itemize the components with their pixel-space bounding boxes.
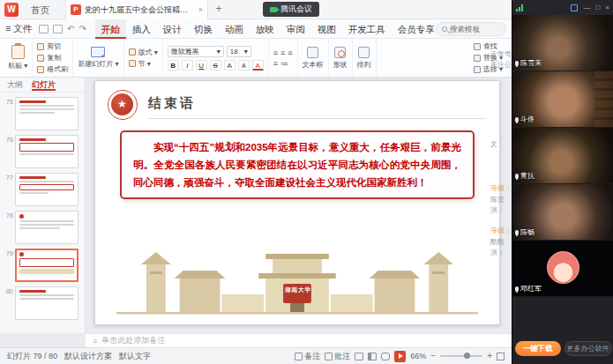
notes-toggle-button[interactable]: 备注 — [295, 351, 320, 362]
tab-view[interactable]: 视图 — [311, 19, 342, 39]
tab-home[interactable]: 开始 — [95, 19, 126, 39]
statusbar: 幻灯片 79 / 80 默认设计方案 默认文字 备注 批注 66% − + — [0, 347, 512, 364]
title-divider — [148, 118, 485, 119]
redo-icon[interactable]: ↷ — [78, 25, 86, 33]
tab-animation[interactable]: 动画 — [219, 19, 250, 39]
text-scheme-label[interactable]: 默认文字 — [119, 351, 151, 362]
zoom-slider[interactable] — [440, 355, 482, 357]
layout-button[interactable]: 版式 ▾ — [129, 48, 158, 57]
undo-icon[interactable]: ↶ — [67, 25, 74, 33]
align-right-icon[interactable]: ≡ — [288, 48, 292, 57]
slide-thumbnail[interactable]: 75 — [2, 97, 83, 130]
strikethrough-button[interactable]: S — [210, 60, 221, 71]
bold-button[interactable]: B — [168, 60, 179, 71]
find-icon — [474, 43, 481, 50]
more-apps-button[interactable]: 更多办公软件 — [564, 341, 612, 356]
zoom-in-button[interactable]: + — [487, 352, 492, 360]
zoom-slider-knob[interactable] — [464, 353, 470, 359]
maximize-icon[interactable]: □ — [595, 4, 600, 11]
slide-body-textbox[interactable]: 实现“十四五”规划和2035年远景目标，意义重大，任务艰巨，前景光明。全党全国各… — [120, 130, 475, 199]
tab-review[interactable]: 审阅 — [280, 19, 311, 39]
slideshow-play-button[interactable] — [394, 351, 406, 362]
participant-name: 陈畅 — [520, 227, 535, 237]
font-color-button[interactable]: A — [252, 60, 264, 71]
participant-video-tile[interactable]: 邓红军 — [512, 241, 613, 296]
reading-view-button[interactable] — [381, 353, 390, 360]
replace-icon — [474, 55, 481, 62]
tab-member[interactable]: 会员专享 — [392, 19, 441, 39]
file-menu[interactable]: ≡ 文件 — [5, 23, 32, 35]
slide-thumbnail[interactable]: 78 — [2, 211, 83, 244]
paste-button[interactable]: 粘贴 ▾ — [4, 39, 33, 77]
section-button[interactable]: 节 ▾ — [129, 59, 158, 69]
slide-thumbnail[interactable]: 76 — [2, 135, 83, 168]
template-search-box[interactable] — [436, 22, 506, 36]
italic-button[interactable]: I — [182, 60, 193, 71]
slide-thumbnail-selected[interactable]: 79 — [2, 249, 83, 282]
notes-placeholder: 单击此处添加备注 — [101, 335, 165, 346]
tab-devtools[interactable]: 开发工具 — [342, 19, 392, 39]
participant-name: 黄抗 — [520, 171, 535, 181]
justify-icon[interactable]: ≡ — [273, 59, 278, 68]
layout-toggle-icon[interactable] — [571, 4, 578, 11]
tab-slideshow[interactable]: 放映 — [250, 19, 280, 39]
line-spacing-icon[interactable]: ≔ — [280, 59, 288, 68]
shapes-button[interactable]: 形状 — [329, 39, 353, 77]
slide-thumbnail[interactable]: 77 — [2, 173, 83, 206]
tab-transition[interactable]: 切换 — [188, 19, 219, 39]
template-search-input[interactable] — [450, 25, 498, 33]
new-slide-button[interactable]: 新建幻灯片 ▾ — [73, 39, 123, 77]
align-left-icon[interactable]: ≡ — [273, 48, 278, 57]
participant-video-tile[interactable]: 陈畅 — [512, 184, 613, 240]
normal-view-button[interactable] — [355, 353, 363, 360]
slide-body-text: 实现“十四五”规划和2035年远景目标，意义重大，任务艰巨，前景光明。全党全国各… — [133, 138, 461, 191]
arrange-button[interactable]: 排列 — [353, 39, 377, 77]
slide-sorter-view-button[interactable] — [368, 353, 377, 360]
slide-79[interactable]: ★ 结束语 实现“十四五”规划和2035年远景目标，意义重大，任务艰巨，前景光明… — [94, 80, 500, 325]
shrink-font-button[interactable]: A — [238, 60, 250, 71]
app-window: W 首页 P 党的十九届五中全会公报精神宣讲稿 × + 腾讯会议 ≡ 文件 ↶ … — [0, 0, 613, 364]
slides-tab[interactable]: 幻灯片 — [32, 79, 56, 91]
font-size-select[interactable]: 18▾ — [227, 46, 251, 57]
notes-bar[interactable]: ≡ 单击此处添加备注 — [86, 333, 512, 347]
grow-font-button[interactable]: A — [224, 60, 235, 71]
meeting-floating-bar[interactable]: 腾讯会议 — [263, 2, 319, 17]
slide-title[interactable]: 结束语 — [148, 95, 196, 112]
cut-button[interactable]: 剪切 — [37, 41, 68, 51]
zoom-out-button[interactable]: − — [430, 352, 436, 360]
print-icon[interactable] — [53, 25, 63, 33]
star-emblem-icon: ★ — [111, 93, 133, 115]
comments-toggle-button[interactable]: 批注 — [325, 351, 350, 362]
participant-video-tile[interactable]: 斗佟 — [512, 71, 613, 127]
slide-thumbnail[interactable]: 80 — [2, 286, 83, 320]
font-name-select[interactable]: 微软雅黑▾ — [168, 46, 224, 57]
design-scheme-label[interactable]: 默认设计方案 — [64, 351, 112, 362]
copy-button[interactable]: 复制 — [37, 53, 68, 63]
search-icon — [442, 26, 447, 32]
save-icon[interactable] — [39, 25, 49, 33]
video-tiles: 陈雪来 斗佟 黄抗 陈畅 邓红军 — [512, 15, 613, 297]
slide-canvas-area: ★ 结束语 实现“十四五”规划和2035年远景目标，意义重大，任务艰巨，前景光明… — [86, 78, 512, 333]
document-tab[interactable]: P 党的十九届五中全会公报精神宣讲稿 × — [65, 0, 208, 19]
select-icon — [474, 66, 481, 73]
participant-video-tile[interactable]: 陈雪来 — [512, 15, 613, 71]
align-center-icon[interactable]: ≡ — [280, 48, 285, 57]
meeting-bar-label: 腾讯会议 — [280, 4, 312, 15]
new-tab-button[interactable]: + — [212, 2, 226, 16]
tab-design[interactable]: 设计 — [157, 19, 188, 39]
format-painter-button[interactable]: 格式刷 — [37, 64, 68, 74]
outline-tab[interactable]: 大纲 — [7, 79, 23, 91]
close-tab-icon[interactable]: × — [198, 5, 203, 14]
close-icon[interactable]: × — [605, 4, 609, 11]
tab-insert[interactable]: 插入 — [126, 19, 157, 39]
download-button[interactable]: 一键下载 — [515, 341, 561, 356]
mic-icon — [515, 286, 519, 292]
notes-icon: ≡ — [93, 337, 97, 345]
underline-button[interactable]: U — [196, 60, 207, 71]
textbox-button[interactable]: 文本框 — [298, 39, 329, 77]
participant-video-tile[interactable]: 黄抗 — [512, 128, 613, 183]
home-tab[interactable]: 首页 — [23, 0, 57, 19]
fit-to-window-button[interactable] — [497, 353, 505, 360]
minimize-icon[interactable]: — — [583, 4, 590, 11]
network-signal-icon — [516, 4, 523, 11]
